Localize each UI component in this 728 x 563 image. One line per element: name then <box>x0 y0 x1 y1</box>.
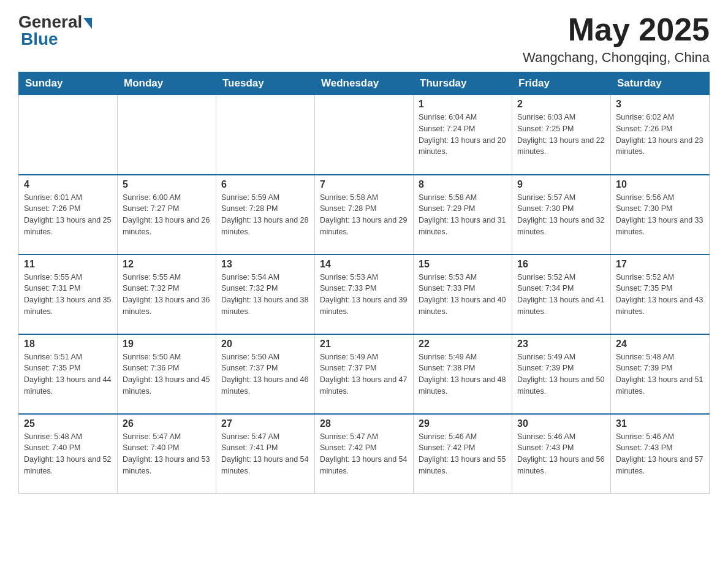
day-info: Sunrise: 6:03 AMSunset: 7:25 PMDaylight:… <box>517 112 605 158</box>
day-info: Sunrise: 5:48 AMSunset: 7:39 PMDaylight:… <box>616 351 704 397</box>
calendar-header-wednesday: Wednesday <box>315 72 414 95</box>
day-info: Sunrise: 5:50 AMSunset: 7:36 PMDaylight:… <box>123 351 211 397</box>
day-info: Sunrise: 5:46 AMSunset: 7:43 PMDaylight:… <box>616 431 704 477</box>
day-info: Sunrise: 5:53 AMSunset: 7:33 PMDaylight:… <box>419 272 507 318</box>
day-number: 27 <box>221 418 309 429</box>
calendar-header-thursday: Thursday <box>414 72 512 95</box>
calendar-week-row: 18Sunrise: 5:51 AMSunset: 7:35 PMDayligh… <box>19 334 710 414</box>
day-number: 31 <box>616 418 704 429</box>
calendar-cell: 29Sunrise: 5:46 AMSunset: 7:42 PMDayligh… <box>414 414 512 494</box>
calendar-cell: 3Sunrise: 6:02 AMSunset: 7:26 PMDaylight… <box>611 95 710 175</box>
calendar-cell: 27Sunrise: 5:47 AMSunset: 7:41 PMDayligh… <box>216 414 315 494</box>
calendar-week-row: 11Sunrise: 5:55 AMSunset: 7:31 PMDayligh… <box>19 255 710 334</box>
day-number: 8 <box>419 179 507 190</box>
day-info: Sunrise: 5:52 AMSunset: 7:34 PMDaylight:… <box>517 272 605 318</box>
day-number: 2 <box>517 99 605 110</box>
day-info: Sunrise: 5:58 AMSunset: 7:28 PMDaylight:… <box>320 192 408 238</box>
day-info: Sunrise: 5:49 AMSunset: 7:39 PMDaylight:… <box>517 351 605 397</box>
day-info: Sunrise: 5:56 AMSunset: 7:30 PMDaylight:… <box>616 192 704 238</box>
day-info: Sunrise: 5:49 AMSunset: 7:38 PMDaylight:… <box>419 351 507 397</box>
calendar-cell: 16Sunrise: 5:52 AMSunset: 7:34 PMDayligh… <box>512 255 611 334</box>
day-info: Sunrise: 5:54 AMSunset: 7:32 PMDaylight:… <box>221 272 309 318</box>
day-info: Sunrise: 5:57 AMSunset: 7:30 PMDaylight:… <box>517 192 605 238</box>
day-number: 11 <box>24 259 112 270</box>
day-info: Sunrise: 5:47 AMSunset: 7:42 PMDaylight:… <box>320 431 408 477</box>
calendar-week-row: 1Sunrise: 6:04 AMSunset: 7:24 PMDaylight… <box>19 95 710 175</box>
day-info: Sunrise: 5:47 AMSunset: 7:40 PMDaylight:… <box>123 431 211 477</box>
day-number: 15 <box>419 259 507 270</box>
day-number: 4 <box>24 179 112 190</box>
calendar-header-friday: Friday <box>512 72 611 95</box>
calendar-cell: 31Sunrise: 5:46 AMSunset: 7:43 PMDayligh… <box>611 414 710 494</box>
day-info: Sunrise: 5:48 AMSunset: 7:40 PMDaylight:… <box>24 431 112 477</box>
calendar-cell <box>19 95 118 175</box>
day-info: Sunrise: 6:01 AMSunset: 7:26 PMDaylight:… <box>24 192 112 238</box>
day-number: 5 <box>123 179 211 190</box>
calendar-cell: 18Sunrise: 5:51 AMSunset: 7:35 PMDayligh… <box>19 334 118 414</box>
calendar-cell: 28Sunrise: 5:47 AMSunset: 7:42 PMDayligh… <box>315 414 414 494</box>
day-number: 19 <box>123 339 211 350</box>
calendar-cell: 15Sunrise: 5:53 AMSunset: 7:33 PMDayligh… <box>414 255 512 334</box>
day-info: Sunrise: 6:02 AMSunset: 7:26 PMDaylight:… <box>616 112 704 158</box>
day-number: 10 <box>616 179 704 190</box>
calendar-cell: 30Sunrise: 5:46 AMSunset: 7:43 PMDayligh… <box>512 414 611 494</box>
day-info: Sunrise: 5:55 AMSunset: 7:31 PMDaylight:… <box>24 272 112 318</box>
day-number: 22 <box>419 339 507 350</box>
day-number: 29 <box>419 418 507 429</box>
day-info: Sunrise: 5:58 AMSunset: 7:29 PMDaylight:… <box>419 192 507 238</box>
day-number: 12 <box>123 259 211 270</box>
calendar-cell: 13Sunrise: 5:54 AMSunset: 7:32 PMDayligh… <box>216 255 315 334</box>
month-title: May 2025 <box>523 12 710 47</box>
calendar-header-row: SundayMondayTuesdayWednesdayThursdayFrid… <box>19 72 710 95</box>
day-info: Sunrise: 5:59 AMSunset: 7:28 PMDaylight:… <box>221 192 309 238</box>
calendar-table: SundayMondayTuesdayWednesdayThursdayFrid… <box>18 72 710 494</box>
calendar-cell: 23Sunrise: 5:49 AMSunset: 7:39 PMDayligh… <box>512 334 611 414</box>
day-number: 1 <box>419 99 507 110</box>
day-number: 18 <box>24 339 112 350</box>
day-number: 3 <box>616 99 704 110</box>
day-number: 7 <box>320 179 408 190</box>
calendar-week-row: 25Sunrise: 5:48 AMSunset: 7:40 PMDayligh… <box>19 414 710 494</box>
day-info: Sunrise: 5:49 AMSunset: 7:37 PMDaylight:… <box>320 351 408 397</box>
calendar-cell: 26Sunrise: 5:47 AMSunset: 7:40 PMDayligh… <box>118 414 216 494</box>
calendar-header-tuesday: Tuesday <box>216 72 315 95</box>
calendar-cell: 14Sunrise: 5:53 AMSunset: 7:33 PMDayligh… <box>315 255 414 334</box>
calendar-header-monday: Monday <box>118 72 216 95</box>
calendar-cell: 11Sunrise: 5:55 AMSunset: 7:31 PMDayligh… <box>19 255 118 334</box>
day-info: Sunrise: 5:46 AMSunset: 7:43 PMDaylight:… <box>517 431 605 477</box>
calendar-cell: 7Sunrise: 5:58 AMSunset: 7:28 PMDaylight… <box>315 175 414 255</box>
calendar-cell: 6Sunrise: 5:59 AMSunset: 7:28 PMDaylight… <box>216 175 315 255</box>
day-info: Sunrise: 5:53 AMSunset: 7:33 PMDaylight:… <box>320 272 408 318</box>
logo-triangle-icon <box>83 18 92 29</box>
calendar-cell: 8Sunrise: 5:58 AMSunset: 7:29 PMDaylight… <box>414 175 512 255</box>
day-number: 17 <box>616 259 704 270</box>
day-info: Sunrise: 6:00 AMSunset: 7:27 PMDaylight:… <box>123 192 211 238</box>
day-number: 9 <box>517 179 605 190</box>
logo: General Blue <box>18 12 92 49</box>
calendar-week-row: 4Sunrise: 6:01 AMSunset: 7:26 PMDaylight… <box>19 175 710 255</box>
day-number: 6 <box>221 179 309 190</box>
calendar-cell: 19Sunrise: 5:50 AMSunset: 7:36 PMDayligh… <box>118 334 216 414</box>
logo-blue-text: Blue <box>18 29 58 49</box>
calendar-cell: 21Sunrise: 5:49 AMSunset: 7:37 PMDayligh… <box>315 334 414 414</box>
page-header: General Blue May 2025 Wangchang, Chongqi… <box>18 12 710 66</box>
calendar-cell: 1Sunrise: 6:04 AMSunset: 7:24 PMDaylight… <box>414 95 512 175</box>
calendar-header-sunday: Sunday <box>19 72 118 95</box>
calendar-header-saturday: Saturday <box>611 72 710 95</box>
calendar-cell: 24Sunrise: 5:48 AMSunset: 7:39 PMDayligh… <box>611 334 710 414</box>
day-number: 20 <box>221 339 309 350</box>
day-number: 16 <box>517 259 605 270</box>
calendar-cell: 9Sunrise: 5:57 AMSunset: 7:30 PMDaylight… <box>512 175 611 255</box>
calendar-cell: 5Sunrise: 6:00 AMSunset: 7:27 PMDaylight… <box>118 175 216 255</box>
day-number: 28 <box>320 418 408 429</box>
day-info: Sunrise: 5:50 AMSunset: 7:37 PMDaylight:… <box>221 351 309 397</box>
day-number: 23 <box>517 339 605 350</box>
day-info: Sunrise: 5:46 AMSunset: 7:42 PMDaylight:… <box>419 431 507 477</box>
calendar-cell <box>118 95 216 175</box>
calendar-cell: 25Sunrise: 5:48 AMSunset: 7:40 PMDayligh… <box>19 414 118 494</box>
day-info: Sunrise: 5:55 AMSunset: 7:32 PMDaylight:… <box>123 272 211 318</box>
calendar-cell <box>216 95 315 175</box>
calendar-cell: 2Sunrise: 6:03 AMSunset: 7:25 PMDaylight… <box>512 95 611 175</box>
day-info: Sunrise: 6:04 AMSunset: 7:24 PMDaylight:… <box>419 112 507 158</box>
day-number: 14 <box>320 259 408 270</box>
